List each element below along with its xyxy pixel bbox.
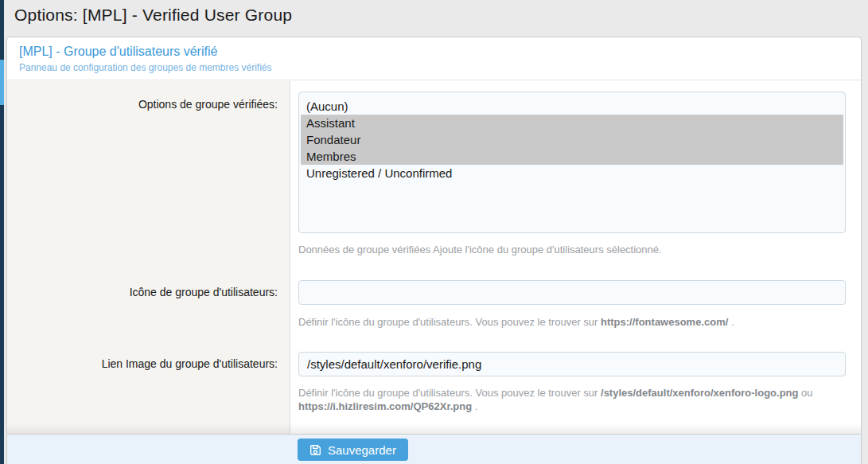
help-link-fontawesome: https://fontawesome.com/ (601, 316, 728, 328)
options-form: Options de groupe vérifiées: (Aucun) Ass… (7, 81, 861, 434)
help-link-hizliresim: https://i.hizliresim.com/QP62Xr.png (298, 400, 472, 412)
floppy-disk-icon (309, 444, 321, 456)
help-text: ou (798, 387, 812, 399)
listbox-option-aucun[interactable]: (Aucun) (301, 98, 843, 115)
sidebar-active-indicator (0, 60, 4, 105)
save-bar: Sauvegarder (7, 434, 861, 464)
panel-header: [MPL] - Groupe d'utilisateurs vérifié Pa… (7, 37, 861, 80)
page-title: Options: [MPL] - Verified User Group (14, 6, 292, 25)
label-verified-group-options: Options de groupe vérifiées: (15, 98, 278, 111)
help-text: . (472, 400, 477, 412)
help-text: . (728, 316, 734, 328)
help-text: Définir l'icône du groupe d'utilisateurs… (298, 316, 601, 328)
listbox-option-unregistered[interactable]: Unregistered / Unconfirmed (301, 165, 843, 181)
listbox-option-membres[interactable]: Membres (301, 148, 843, 165)
help-text: Définir l'icône du groupe d'utilisateurs… (298, 387, 601, 399)
label-usergroup-icon: Icône de groupe d'utilisateurs: (15, 286, 278, 298)
panel-subtitle: Panneau de configuration des groupes de … (19, 62, 849, 73)
help-verified-group-options: Données de groupe vérifiées Ajoute l'icô… (298, 243, 843, 256)
options-panel: [MPL] - Groupe d'utilisateurs vérifié Pa… (6, 37, 862, 464)
help-link-xenforo-logo: /styles/default/xenforo/xenforo-logo.png (601, 387, 798, 399)
listbox-option-fondateur[interactable]: Fondateur (301, 131, 843, 148)
verified-group-options-listbox[interactable]: (Aucun) Assistant Fondateur Membres Unre… (298, 92, 846, 233)
save-button-label: Sauvegarder (328, 443, 396, 457)
help-usergroup-image-link: Définir l'icône du groupe d'utilisateurs… (298, 386, 843, 413)
help-usergroup-icon: Définir l'icône du groupe d'utilisateurs… (298, 315, 843, 329)
listbox-option-assistant[interactable]: Assistant (301, 115, 843, 131)
form-bottom-shadow (7, 423, 861, 434)
usergroup-icon-input[interactable] (298, 280, 846, 305)
save-button[interactable]: Sauvegarder (298, 439, 408, 461)
usergroup-image-link-input[interactable] (298, 352, 846, 376)
label-usergroup-image-link: Lien Image du groupe d'utilisateurs: (15, 357, 278, 370)
panel-title: [MPL] - Groupe d'utilisateurs vérifié (19, 45, 849, 59)
